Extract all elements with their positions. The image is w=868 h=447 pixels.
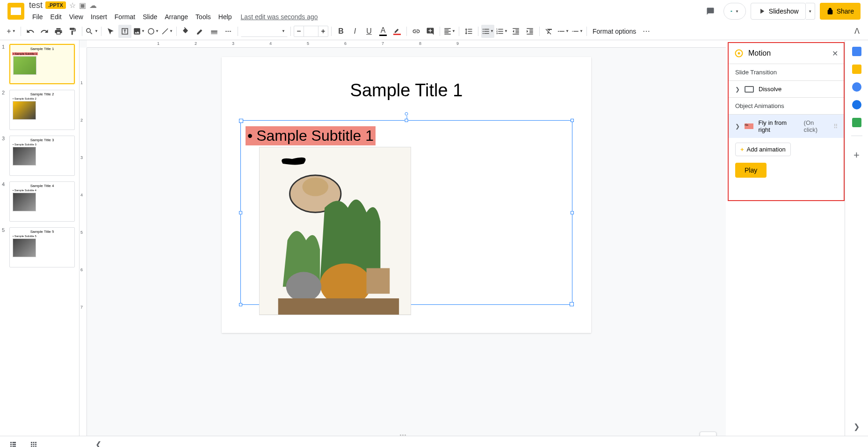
menu-edit[interactable]: Edit [47,11,65,22]
clear-format-button[interactable] [542,25,556,38]
ruler-vertical[interactable]: 1234567 [80,48,87,436]
resize-handle[interactable] [239,303,242,306]
zoom-button[interactable]: ▼ [85,25,98,38]
image-tool[interactable]: ▼ [132,25,145,38]
more-button[interactable]: ⋯ [640,25,653,38]
highlight-color-button[interactable] [391,25,404,38]
shape-tool[interactable]: ▼ [146,25,159,38]
slide-image[interactable] [259,147,411,315]
addon-plus-icon[interactable]: + [854,149,860,161]
grid-view-button[interactable] [28,439,39,447]
menu-bar: FileEditViewInsertFormatSlideArrangeTool… [29,11,702,22]
increase-font-button[interactable]: + [318,27,328,36]
menu-help[interactable]: Help [215,11,235,22]
tasks-icon[interactable] [852,82,861,92]
select-tool[interactable] [104,25,117,38]
border-color-button[interactable] [194,25,207,38]
move-icon[interactable]: ▣ [79,1,87,9]
underline-button[interactable]: U [362,25,376,38]
contacts-icon[interactable] [852,100,861,109]
menu-format[interactable]: Format [111,11,138,22]
slide-thumb-4[interactable]: 4Sample Title 4• Sample Subtitle 4 [2,181,77,222]
doc-name[interactable]: test [29,0,43,10]
close-icon[interactable]: ✕ [832,49,838,58]
animation-thumb: •Sa [745,123,753,129]
list-options-2[interactable]: ▼ [571,25,584,38]
calendar-icon[interactable] [852,47,861,56]
explore-button[interactable] [700,432,716,436]
insert-link-button[interactable] [410,25,423,38]
menu-tools[interactable]: Tools [192,11,214,22]
line-tool[interactable]: ▼ [160,25,174,38]
filmstrip-view-button[interactable] [7,439,19,447]
transition-row[interactable]: ❯ Dissolve [729,80,844,97]
paint-format-button[interactable] [66,25,79,38]
right-sidebar: + ❯ [845,40,868,436]
cloud-icon[interactable]: ☁ [89,1,97,9]
line-spacing-button[interactable] [462,25,475,38]
list-options-1[interactable]: ▼ [557,25,570,38]
slide-thumb-5[interactable]: 5Sample Title 5• Sample Subtitle 5 [2,227,77,267]
format-options-button[interactable]: Format options [590,28,639,35]
share-button[interactable]: Share [820,3,861,20]
new-slide-button[interactable]: +▼ [5,25,18,38]
collapse-filmstrip-button[interactable]: ❮ [95,440,101,447]
animation-row[interactable]: ❯ •Sa Fly in from right (On click) ⠿ [729,114,844,138]
textbox-tool[interactable] [118,25,131,38]
numbered-list-button[interactable]: ▼ [495,25,508,38]
slides-logo[interactable] [7,3,24,20]
font-size-input[interactable] [304,26,318,36]
slide-thumb-2[interactable]: 2Sample Title 2• Sample Subtitle 2 [2,90,77,130]
print-button[interactable] [52,25,65,38]
slideshow-button[interactable]: Slideshow [751,3,806,20]
keep-icon[interactable] [852,65,861,74]
bulleted-list-button[interactable]: ▼ [481,25,494,38]
subtitle-text[interactable]: •Sample Subtitle 1 [246,126,376,145]
fill-color-button[interactable] [180,25,193,38]
increase-indent-button[interactable] [523,25,536,38]
motion-panel: Motion ✕ Slide Transition ❯ Dissolve Obj… [728,42,845,201]
slide-title[interactable]: Sample Title 1 [222,80,591,101]
resize-handle[interactable] [571,119,574,122]
notes-resize-handle[interactable] [396,434,410,436]
font-family-select[interactable]: ▼ [241,26,288,37]
rotate-handle[interactable] [405,112,408,115]
align-button[interactable]: ▼ [443,25,456,38]
border-dash-button[interactable] [222,25,235,38]
menu-arrange[interactable]: Arrange [161,11,191,22]
redo-button[interactable] [38,25,51,38]
menu-insert[interactable]: Insert [87,11,110,22]
resize-handle[interactable] [405,119,408,122]
slide-canvas[interactable]: Sample Title 1 •Sample Subtitle 1 [222,57,591,333]
last-edit-link[interactable]: Last edit was seconds ago [241,13,318,21]
bold-button[interactable]: B [334,25,347,38]
meet-button[interactable]: ▼ [723,3,746,20]
slide-thumb-1[interactable]: ▶1Sample Title 1• Sample Subtitle 1 [2,44,77,84]
collapse-toolbar-button[interactable]: ᐱ [850,25,863,38]
border-weight-button[interactable] [208,25,221,38]
comments-icon[interactable] [702,3,719,20]
menu-view[interactable]: View [66,11,87,22]
maps-icon[interactable] [852,118,861,127]
play-button[interactable]: Play [735,163,767,178]
menu-file[interactable]: File [29,11,46,22]
slide-thumb-3[interactable]: 3Sample Title 3• Sample Subtitle 3 [2,136,77,176]
ruler-horizontal[interactable]: 123456789 [87,40,726,48]
drag-handle-icon[interactable]: ⠿ [833,123,837,130]
menu-slide[interactable]: Slide [139,11,160,22]
resize-handle[interactable] [239,211,242,214]
toolbar: +▼ ▼ ▼ ▼ ▼ ▼ − + B I U A ▼ ▼ ▼ ▼ ▼ Forma… [0,22,868,40]
resize-handle[interactable] [571,211,574,214]
text-color-button[interactable]: A [376,25,390,38]
undo-button[interactable] [24,25,37,38]
decrease-font-button[interactable]: − [294,27,304,36]
add-animation-button[interactable]: +Add animation [735,143,791,156]
slideshow-dropdown[interactable]: ▼ [806,3,815,20]
decrease-indent-button[interactable] [509,25,522,38]
star-icon[interactable]: ☆ [69,1,76,9]
italic-button[interactable]: I [348,25,362,38]
sidebar-collapse-icon[interactable]: ❯ [854,422,860,431]
font-size-control[interactable]: − + [294,26,328,37]
insert-comment-button[interactable] [424,25,437,38]
svg-rect-7 [367,268,390,294]
